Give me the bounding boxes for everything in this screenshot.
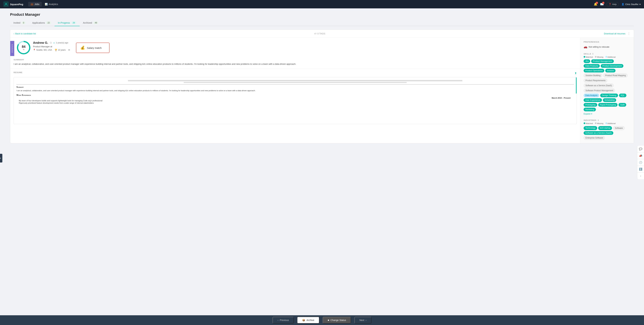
comment-icon-btn[interactable]: 💬 [637, 146, 644, 152]
candidate-name: Andrew G. ☆ ● 1 year(s) ago [33, 41, 70, 44]
tab-invited[interactable]: Invited 0 [10, 20, 29, 26]
tabs-bar: Invited 0 Applications 22 In-Progress 29… [10, 20, 634, 26]
right-panel: PREFERENCES 🚗 Not willing to relocate SK… [580, 38, 634, 143]
user-menu-btn[interactable]: 👤 Chris Stauffer ▾ [622, 3, 641, 6]
skill-tag: Product Road Mapping [603, 74, 628, 78]
score-circle: 84 % [17, 41, 30, 54]
industry-tag: Enterprise Software [584, 136, 605, 140]
industries-section: INDUSTRIES ℹ Matched Missing [584, 119, 630, 140]
next-candidate-btn[interactable]: Next › [354, 317, 371, 324]
brand-label: SquarePeg [10, 3, 23, 6]
score-percent: % [23, 49, 24, 50]
expand-right-icon-btn[interactable]: › [637, 172, 644, 179]
email-icon: ✉ [68, 49, 70, 51]
archive-icon: 📦 [302, 319, 305, 322]
industries-legend: Matched Missing Additional [584, 122, 630, 124]
skills-info-icon: ℹ [592, 53, 593, 55]
chevron-left-icon: ‹ [14, 32, 14, 35]
resume-bullet-1: My team of four developers builds and su… [19, 100, 570, 102]
archive-btn[interactable]: 📦 Archive [297, 317, 319, 324]
candidate-topbar: ‹ Back to candidate list 🏷 0 TAGS: Downl… [10, 30, 634, 38]
change-status-btn[interactable]: ■ Change Status [323, 317, 351, 324]
relocate-icon: 🚗 [584, 45, 587, 49]
tab-applications[interactable]: Applications 22 [29, 20, 54, 26]
brand[interactable]: SquarePeg [3, 2, 23, 7]
preferences-title: PREFERENCES [584, 41, 630, 43]
skill-tag: Marketing [584, 108, 596, 111]
scheduled-badge: Scheduled [10, 41, 14, 56]
notification-badge: 1 [596, 2, 598, 4]
salary-icon: 💰 [80, 46, 85, 50]
skill-tag: Product Requirements [584, 78, 607, 82]
skill-tag: Scheduling [603, 98, 616, 102]
resume-section: RESUME ⬆ Summary [10, 68, 580, 127]
skill-tag: Software as a Service (SaaS) [584, 84, 614, 88]
work-date: March 2019 – Present [552, 97, 570, 99]
salary-match-label: Salary match [87, 46, 102, 49]
upload-icon[interactable]: ⬆ [574, 72, 577, 75]
industry-tag: Technology [584, 126, 597, 130]
topbar-right: Download all resumes ⋮ [604, 32, 630, 36]
skill-tag: User Experience [584, 98, 602, 102]
skill-tag: Product Operations [584, 69, 604, 72]
history-icon-btn[interactable]: 🕐 [637, 159, 644, 166]
bottom-action-bar: ‹ Previous 📦 Archive ■ Change Status Nex… [0, 315, 644, 325]
resume-work-heading: Work Experience [16, 94, 570, 96]
status-icon: ■ [328, 319, 329, 322]
skill-tag: SQL [619, 94, 626, 97]
resume-summary-heading: Summary [16, 86, 570, 88]
skills-tags: JiraProduct ManagementData ProductsProdu… [584, 59, 630, 111]
main-content: Product Manager Invited 0 Applications 2… [0, 8, 644, 325]
messages-btn[interactable]: ✉️1 [600, 2, 604, 6]
skill-tag: Prototyping [584, 103, 597, 107]
resume-header: RESUME ⬆ [14, 72, 577, 75]
candidate-role: Product Manager at [33, 45, 70, 48]
back-to-list-btn[interactable]: ‹ Back to candidate list [14, 32, 36, 35]
summary-title: SUMMARY [14, 59, 577, 61]
help-circle-icon: ❓ [608, 3, 611, 6]
summary-section: SUMMARY I am an analytical, collaborativ… [10, 56, 580, 68]
chevron-down-icon: ▾ [591, 113, 592, 115]
left-panel: Scheduled 84 % And [10, 38, 580, 143]
skill-tag: Design Thinking [600, 94, 618, 97]
salary-match-box: 💰 Salary match [76, 42, 110, 53]
resume-title: RESUME [14, 72, 22, 74]
chevron-left-icon: ‹ [278, 319, 278, 322]
info-icon-btn[interactable]: ℹ️ [637, 166, 644, 172]
feedback-button[interactable]: Feedback [0, 154, 2, 162]
star-icon[interactable]: ☆ [50, 41, 52, 44]
industry-tag: Software [613, 126, 624, 130]
download-resumes-btn[interactable]: Download all resumes [604, 32, 626, 35]
industries-title: INDUSTRIES [584, 119, 596, 121]
skill-tag: Invision [605, 69, 616, 72]
chevron-down-icon: ▾ [640, 3, 641, 6]
nav-analytics[interactable]: 📊 Analytics [42, 2, 60, 6]
svg-rect-2 [5, 4, 7, 6]
skill-tag: Swift [618, 103, 626, 107]
skill-tag: Software Product Management [584, 88, 615, 92]
tab-in-progress[interactable]: In-Progress 29 [54, 20, 80, 26]
tab-archived[interactable]: Archived 49 [80, 20, 102, 26]
tag-icon: 🏷 [314, 32, 316, 35]
skills-expand-btn[interactable]: Expand ▾ [584, 113, 630, 115]
prev-candidate-btn[interactable]: ‹ Previous [272, 317, 294, 324]
page-title: Product Manager [10, 12, 634, 17]
notifications-btn[interactable]: 🔔1 [594, 2, 598, 6]
skill-tag: Data Analysis [584, 94, 599, 97]
squarepeg-logo-icon [3, 2, 9, 7]
ind-additional-legend: Additional [606, 122, 616, 124]
candidate-content-row: Scheduled 84 % And [10, 38, 634, 143]
nav-jobs[interactable]: 💼 Jobs [28, 2, 42, 6]
skill-tag: Product Development [601, 64, 623, 68]
skill-tag: Data Products [584, 64, 600, 68]
share-icon-btn[interactable]: 📣 [637, 152, 644, 159]
skill-tag: Jira [584, 59, 590, 63]
summary-text: I am an analytical, collaborative, and u… [14, 62, 577, 66]
relocate-pref: 🚗 Not willing to relocate [584, 45, 630, 49]
email-meta[interactable]: ✉ [68, 49, 70, 51]
resume-bullet-2: Rigorously prioritized feature developme… [19, 102, 570, 104]
resume-preview: Summary I am an analytical, collaborativ… [14, 77, 577, 124]
help-btn[interactable]: ❓ Help [606, 2, 619, 6]
candidate-info: Andrew G. ☆ ● 1 year(s) ago Product Mana… [33, 41, 70, 51]
more-options-btn[interactable]: ⋮ [628, 32, 630, 36]
